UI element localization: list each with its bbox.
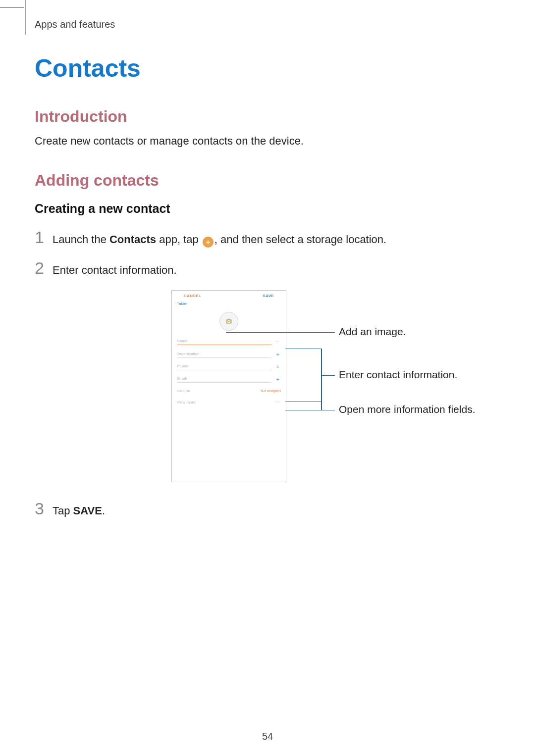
section-introduction-heading: Introduction <box>35 107 500 126</box>
page-title: Contacts <box>35 54 500 83</box>
phone-mockup: CANCEL SAVE Tablet Name ﹀ Organisation + <box>171 290 286 482</box>
phone-field[interactable]: Phone + <box>177 361 281 373</box>
step-number-3: 3 <box>35 500 53 517</box>
callout-enter-info: Enter contact information. <box>339 369 457 381</box>
subsection-creating-heading: Creating a new contact <box>35 202 500 216</box>
plus-icon[interactable]: + <box>275 364 281 370</box>
step-1: 1 Launch the Contacts app, tap ＋, and th… <box>35 229 500 248</box>
step-number-1: 1 <box>35 229 53 246</box>
section-adding-heading: Adding contacts <box>35 171 500 190</box>
view-more-button[interactable]: View more ﹀ <box>177 396 281 409</box>
add-image-button[interactable] <box>219 312 238 331</box>
storage-location-label[interactable]: Tablet <box>172 300 286 309</box>
step-2-text: Enter contact information. <box>53 263 177 278</box>
breadcrumb: Apps and features <box>35 19 500 30</box>
email-field[interactable]: Email + <box>177 373 281 386</box>
chevron-down-icon[interactable]: ﹀ <box>275 399 281 406</box>
introduction-text: Create new contacts or manage contacts o… <box>35 135 500 148</box>
cancel-button[interactable]: CANCEL <box>184 294 201 298</box>
name-field[interactable]: Name ﹀ <box>177 336 281 349</box>
page-number: 54 <box>0 731 535 742</box>
plus-circle-icon: ＋ <box>203 237 214 248</box>
step-3-text: Tap SAVE. <box>53 504 105 519</box>
callout-add-image: Add an image. <box>339 326 406 338</box>
organisation-field[interactable]: Organisation + <box>177 349 281 361</box>
chevron-down-icon[interactable]: ﹀ <box>275 339 281 346</box>
step-3: 3 Tap SAVE. <box>35 500 500 519</box>
step-1-text: Launch the Contacts app, tap ＋, and then… <box>53 232 386 248</box>
callouts: Add an image. Enter contact information.… <box>285 290 508 482</box>
camera-icon <box>225 318 232 325</box>
plus-icon[interactable]: + <box>275 352 281 357</box>
groups-value: Not assigned <box>261 389 281 393</box>
groups-field[interactable]: Groups Not assigned <box>177 386 281 396</box>
step-number-2: 2 <box>35 259 53 276</box>
callout-open-more: Open more information fields. <box>339 403 475 415</box>
step-2: 2 Enter contact information. <box>35 259 500 278</box>
contact-editor-figure: CANCEL SAVE Tablet Name ﹀ Organisation + <box>171 290 508 482</box>
plus-icon[interactable]: + <box>275 376 281 382</box>
save-button[interactable]: SAVE <box>263 294 274 298</box>
